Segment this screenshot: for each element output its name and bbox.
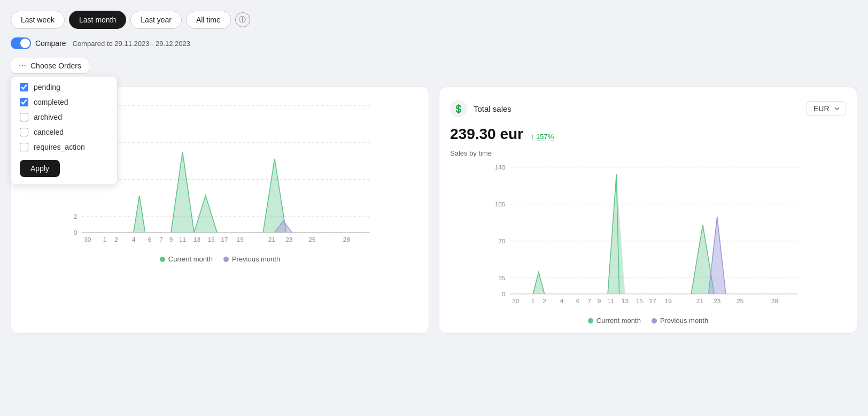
svg-marker-42: [533, 272, 545, 294]
sales-current-month-legend: Current month: [588, 317, 641, 325]
pending-option[interactable]: pending: [20, 83, 108, 91]
svg-text:6: 6: [148, 236, 152, 243]
time-filter-bar: Last week Last month Last year All time …: [11, 11, 857, 29]
three-dots-icon: ⋯: [19, 61, 26, 70]
last-year-button[interactable]: Last year: [130, 11, 182, 29]
requires-action-label: requires_action: [34, 143, 85, 151]
compare-toggle[interactable]: [11, 37, 31, 49]
svg-text:2: 2: [542, 297, 546, 305]
svg-text:9: 9: [598, 297, 601, 305]
svg-text:4: 4: [560, 297, 564, 305]
orders-dropdown: pending completed archived canceled requ…: [11, 76, 118, 185]
svg-text:0: 0: [502, 290, 506, 298]
sales-card-header: 💲 Total sales EUR USD GBP: [450, 100, 846, 117]
previous-month-legend: Previous month: [223, 255, 280, 263]
sales-chart-area: 0 35 70 105 140: [450, 161, 846, 311]
svg-text:35: 35: [498, 274, 506, 282]
svg-marker-45: [709, 217, 726, 294]
svg-marker-10: [134, 196, 145, 233]
svg-text:0: 0: [74, 229, 78, 236]
compare-dates: Compared to 29.11.2023 - 29.12.2023: [73, 40, 190, 48]
svg-text:28: 28: [343, 236, 351, 243]
svg-text:2: 2: [74, 213, 78, 220]
pending-checkbox[interactable]: [20, 83, 28, 91]
svg-text:21: 21: [268, 236, 275, 243]
all-time-button[interactable]: All time: [186, 11, 231, 29]
svg-text:19: 19: [665, 297, 672, 305]
svg-text:19: 19: [237, 236, 244, 243]
svg-text:70: 70: [498, 237, 506, 245]
svg-marker-11: [171, 152, 194, 233]
apply-button[interactable]: Apply: [20, 160, 60, 177]
svg-text:140: 140: [495, 164, 506, 171]
sales-chart-svg: 0 35 70 105 140: [450, 161, 846, 311]
svg-text:17: 17: [221, 236, 228, 243]
svg-text:13: 13: [193, 236, 201, 243]
archived-label: archived: [34, 113, 62, 121]
sales-current-dot: [588, 318, 593, 323]
svg-text:11: 11: [179, 236, 186, 243]
svg-text:6: 6: [576, 297, 580, 305]
dollar-icon: 💲: [453, 104, 464, 114]
current-month-label: Current month: [168, 255, 213, 263]
sales-previous-dot: [652, 318, 657, 323]
svg-text:23: 23: [714, 297, 721, 305]
completed-label: completed: [34, 98, 68, 106]
sales-amount: 239.30 eur: [450, 126, 523, 142]
svg-text:30: 30: [512, 297, 520, 305]
svg-text:9: 9: [169, 236, 173, 243]
svg-text:105: 105: [495, 201, 506, 208]
svg-text:30: 30: [84, 236, 91, 243]
charts-row: 0 2 4 6: [11, 87, 857, 334]
current-month-legend: Current month: [160, 255, 213, 263]
svg-text:25: 25: [308, 236, 316, 243]
last-week-button[interactable]: Last week: [11, 11, 65, 29]
sales-by-time-label: Sales by time: [450, 149, 846, 157]
previous-month-label: Previous month: [232, 255, 280, 263]
sales-previous-label: Previous month: [660, 317, 708, 325]
compare-toggle-wrap: Compare: [11, 37, 66, 49]
canceled-option[interactable]: canceled: [20, 128, 108, 136]
canceled-checkbox[interactable]: [20, 128, 28, 136]
sales-chart-card: 💲 Total sales EUR USD GBP 239.30 eur ↑ 1…: [439, 87, 857, 334]
svg-marker-12: [194, 196, 217, 233]
svg-text:15: 15: [208, 236, 215, 243]
pending-label: pending: [34, 83, 60, 91]
svg-text:1: 1: [103, 236, 107, 243]
archived-option[interactable]: archived: [20, 113, 108, 121]
completed-checkbox[interactable]: [20, 98, 28, 106]
svg-text:25: 25: [737, 297, 744, 305]
canceled-label: canceled: [34, 128, 64, 136]
last-month-button[interactable]: Last month: [69, 11, 126, 29]
svg-text:4: 4: [132, 236, 136, 243]
info-icon[interactable]: ⓘ: [235, 12, 250, 27]
svg-text:11: 11: [607, 297, 614, 305]
previous-month-dot: [223, 257, 229, 262]
orders-chart-legend: Current month Previous month: [22, 255, 418, 263]
choose-orders-wrap: ⋯ Choose Orders pending completed archiv…: [11, 58, 89, 74]
current-month-dot: [160, 257, 165, 262]
sales-pct-badge: ↑ 157%: [531, 133, 554, 141]
requires-action-option[interactable]: requires_action: [20, 143, 108, 151]
requires-action-checkbox[interactable]: [20, 143, 28, 151]
sales-amount-row: 239.30 eur ↑ 157%: [450, 126, 846, 143]
svg-text:15: 15: [636, 297, 644, 305]
archived-checkbox[interactable]: [20, 113, 28, 121]
currency-select[interactable]: EUR USD GBP: [807, 101, 846, 116]
svg-text:17: 17: [649, 297, 656, 305]
choose-orders-button[interactable]: ⋯ Choose Orders: [11, 58, 89, 74]
completed-option[interactable]: completed: [20, 98, 108, 106]
compare-label: Compare: [35, 39, 66, 48]
choose-orders-label: Choose Orders: [30, 61, 81, 70]
svg-text:7: 7: [587, 297, 591, 305]
sales-card-title: Total sales: [474, 104, 511, 113]
svg-text:7: 7: [159, 236, 163, 243]
sales-previous-month-legend: Previous month: [652, 317, 708, 325]
sales-chart-legend: Current month Previous month: [450, 317, 846, 325]
svg-text:1: 1: [531, 297, 535, 305]
svg-text:21: 21: [696, 297, 703, 305]
svg-text:13: 13: [622, 297, 629, 305]
sales-current-label: Current month: [596, 317, 641, 325]
compare-row: Compare Compared to 29.11.2023 - 29.12.2…: [11, 37, 857, 49]
svg-text:2: 2: [114, 236, 118, 243]
